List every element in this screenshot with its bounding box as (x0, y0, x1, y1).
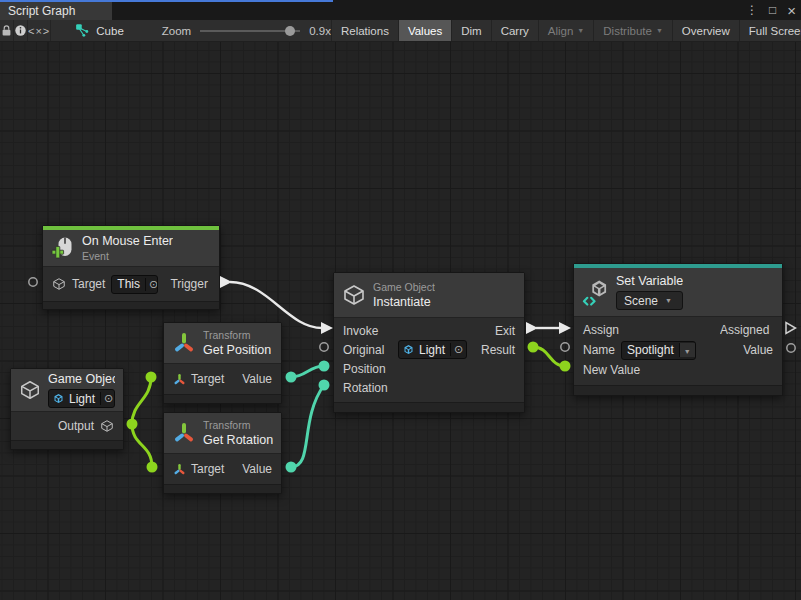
align-dropdown[interactable]: Align ▼ (538, 20, 594, 41)
tab-label: Script Graph (8, 4, 75, 18)
name-port-label: Name (583, 343, 615, 357)
graph-icon (75, 23, 90, 38)
trigger-port-label: Trigger (170, 277, 210, 291)
object-picker-icon[interactable]: ⊙ (100, 392, 115, 405)
chevron-down-icon: ▼ (656, 27, 663, 34)
position-port-label: Position (343, 362, 386, 376)
object-picker-icon[interactable]: ⊙ (145, 278, 158, 291)
node-category: Transform (203, 419, 273, 431)
lock-button[interactable] (0, 20, 14, 41)
target-object-field[interactable]: This ⊙ (111, 275, 158, 294)
unity-object-icon (53, 393, 64, 404)
code-icon: <×> (28, 25, 50, 37)
rotation-port-label: Rotation (343, 381, 388, 395)
original-object-field[interactable]: Light ⊙ (398, 340, 467, 359)
carry-button[interactable]: Carry (491, 20, 538, 41)
node-get-position[interactable]: Transform Get Position Target Value (163, 322, 282, 404)
close-icon[interactable]: × (787, 3, 796, 18)
original-port-label: Original (343, 343, 392, 357)
variable-name-dropdown[interactable]: Spotlight ▼ (621, 341, 696, 360)
new-value-port-label: New Value (583, 363, 640, 377)
node-category: Transform (203, 329, 271, 341)
unity-object-icon (403, 344, 414, 355)
node-instantiate[interactable]: Game Object Instantiate Invoke Exit Orig… (333, 272, 525, 413)
transform-icon (173, 463, 186, 476)
info-button[interactable] (14, 20, 28, 41)
variable-scope-dropdown[interactable]: Scene ▼ (616, 291, 683, 310)
node-get-rotation[interactable]: Transform Get Rotation Target Value (163, 412, 282, 494)
node-title: Get Rotation (203, 433, 273, 447)
cube-icon (342, 283, 366, 307)
tab-script-graph[interactable]: Script Graph (0, 2, 112, 20)
zoom-slider-handle[interactable] (285, 26, 295, 36)
cube-icon (100, 419, 114, 433)
value-port-label: Value (743, 343, 773, 357)
target-port-label: Target (72, 277, 105, 291)
zoom-slider[interactable] (200, 30, 300, 32)
node-title: Get Position (203, 343, 271, 357)
output-port-label: Output (58, 419, 94, 433)
lock-icon (0, 24, 13, 37)
graph-name: Cube (96, 25, 124, 37)
node-category: Event (82, 250, 173, 262)
node-category: Game Object (373, 281, 435, 293)
node-on-mouse-enter[interactable]: On Mouse Enter Event Target This ⊙ Trigg… (42, 225, 220, 310)
zoom-label: Zoom (162, 25, 191, 37)
transform-icon (172, 331, 196, 355)
assign-port-label: Assign (583, 323, 619, 337)
transform-icon (173, 373, 186, 386)
code-preview-button[interactable]: <×> (28, 20, 51, 41)
graph-breadcrumb[interactable]: Cube (75, 20, 124, 41)
invoke-port-label: Invoke (343, 324, 378, 338)
node-game-object-literal[interactable]: Game Object Light ⊙ Output (10, 368, 124, 450)
zoom-control: Zoom 0.9x (162, 20, 331, 41)
node-set-variable[interactable]: Set Variable Scene ▼ Assign Assigned Nam… (573, 263, 783, 396)
transform-icon (172, 421, 196, 445)
mouse-enter-icon (51, 236, 75, 260)
chevron-down-icon[interactable]: ▼ (679, 343, 695, 357)
graph-toolbar: <×> Cube Zoom 0.9x Relations Values Dim … (0, 20, 801, 42)
set-variable-icon (582, 279, 609, 306)
node-title: On Mouse Enter (82, 234, 173, 248)
dim-button[interactable]: Dim (451, 20, 490, 41)
chevron-down-icon: ▼ (577, 27, 584, 34)
node-title: Instantiate (373, 295, 435, 309)
zoom-value: 0.9x (309, 25, 331, 37)
kebab-menu-icon[interactable]: ⋮ (746, 4, 758, 16)
node-title: Set Variable (616, 274, 683, 288)
object-field[interactable]: Light ⊙ (48, 389, 115, 408)
overview-button[interactable]: Overview (672, 20, 739, 41)
node-title: Game Object (48, 372, 115, 386)
target-port-label: Target (191, 372, 224, 386)
script-graph-window: Script Graph ⋮ □ × <×> (0, 0, 801, 600)
result-port-label: Result (481, 343, 515, 357)
exit-port-label: Exit (495, 324, 515, 338)
info-icon (14, 24, 27, 37)
full-screen-button[interactable]: Full Screen (739, 20, 801, 41)
target-port-label: Target (191, 462, 224, 476)
assigned-port-label: Assigned (720, 323, 773, 337)
distribute-dropdown[interactable]: Distribute ▼ (593, 20, 672, 41)
value-port-label: Value (242, 372, 272, 386)
values-button[interactable]: Values (398, 20, 451, 41)
title-bar: Script Graph ⋮ □ × (0, 0, 801, 20)
object-picker-icon[interactable]: ⊙ (450, 343, 466, 356)
relations-button[interactable]: Relations (331, 20, 398, 41)
cube-icon (19, 379, 41, 401)
cube-icon (52, 277, 66, 291)
value-port-label: Value (242, 462, 272, 476)
chevron-down-icon: ▼ (665, 297, 672, 304)
maximize-icon[interactable]: □ (769, 4, 776, 16)
